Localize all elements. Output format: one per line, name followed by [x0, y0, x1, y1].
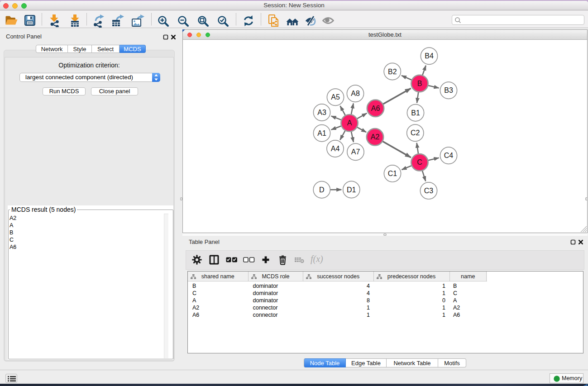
svg-text:D1: D1 [347, 186, 356, 194]
svg-text:A: A [347, 119, 352, 127]
svg-text:B: B [417, 80, 422, 87]
svg-text:B2: B2 [388, 68, 397, 76]
svg-text:D: D [319, 186, 325, 194]
svg-text:C: C [417, 158, 422, 166]
svg-text:A5: A5 [331, 93, 340, 101]
svg-text:A2: A2 [371, 133, 380, 141]
svg-text:C1: C1 [388, 170, 397, 177]
svg-text:B3: B3 [444, 86, 453, 94]
svg-text:A4: A4 [331, 145, 340, 152]
svg-text:B4: B4 [425, 52, 434, 60]
svg-text:C4: C4 [444, 152, 454, 159]
svg-text:A3: A3 [317, 109, 326, 116]
svg-text:A8: A8 [351, 90, 360, 97]
svg-text:A6: A6 [371, 105, 380, 112]
svg-text:A7: A7 [351, 148, 360, 156]
svg-text:B1: B1 [411, 109, 420, 117]
svg-text:C3: C3 [424, 187, 434, 195]
svg-text:A1: A1 [317, 129, 326, 137]
svg-text:C2: C2 [411, 129, 420, 137]
